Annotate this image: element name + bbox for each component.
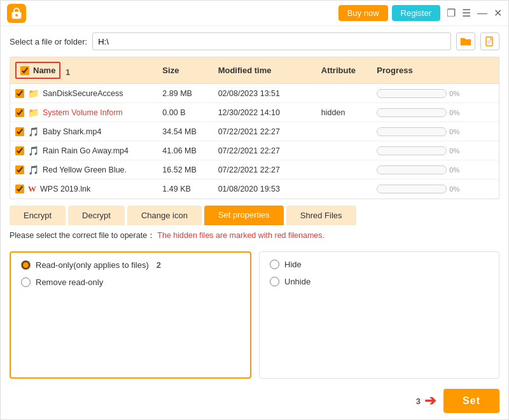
radio-unhide: Unhide: [270, 277, 489, 286]
cell-progress: 0%: [372, 103, 499, 122]
svg-rect-2: [486, 37, 492, 46]
cell-progress: 0%: [372, 160, 499, 179]
register-button[interactable]: Register: [392, 5, 440, 21]
cell-attribute: [316, 160, 372, 179]
radio-readonly-label: Read-only(only applies to files): [36, 260, 149, 270]
annotation-3-label: 3: [416, 396, 421, 406]
file-table-container: Name 1 Size Modified time Attribute Prog…: [10, 57, 499, 199]
radio-hide: Hide: [270, 260, 489, 269]
menu-icon[interactable]: ☰: [462, 7, 471, 19]
tab-shred_files[interactable]: Shred Files: [286, 206, 356, 225]
cell-modified: 07/22/2021 22:27: [213, 160, 316, 179]
cell-attribute: [316, 141, 372, 160]
cell-name: 🎵 Red Yellow Green Blue.: [10, 160, 157, 179]
properties-area: Read-only(only applies to files) 2 Remov…: [1, 246, 508, 384]
cell-attribute: hidden: [316, 103, 372, 122]
notice-bar: Please select the correct file to operat…: [1, 225, 508, 246]
cell-attribute: [316, 122, 372, 141]
file-table: Name 1 Size Modified time Attribute Prog…: [10, 57, 499, 199]
radio-readonly-input[interactable]: [21, 260, 31, 270]
table-row: 📁 SanDiskSecureAccess 2.89 MB 02/08/2023…: [10, 84, 499, 103]
row-checkbox[interactable]: [15, 165, 24, 174]
row-checkbox[interactable]: [15, 146, 24, 155]
window-controls: ❐ ☰ — ✕: [447, 7, 502, 19]
radio-readonly: Read-only(only applies to files) 2: [21, 260, 240, 270]
minimize-icon[interactable]: —: [477, 8, 487, 19]
svg-point-1: [15, 14, 18, 17]
radio-remove-readonly: Remove read-only: [21, 277, 240, 287]
table-header-row: Name 1 Size Modified time Attribute Prog…: [10, 57, 499, 84]
share-icon[interactable]: ❐: [447, 7, 456, 19]
bottom-bar: 3 ➔ Set: [1, 384, 508, 419]
title-bar: Buy now Register ❐ ☰ — ✕: [1, 1, 508, 26]
select-all-checkbox[interactable]: [20, 66, 29, 75]
cell-progress: 0%: [372, 84, 499, 103]
step-3-annotation: 3 ➔: [416, 393, 436, 409]
props-box-readonly: Read-only(only applies to files) 2 Remov…: [10, 251, 251, 379]
file-path-input[interactable]: [92, 32, 451, 50]
file-selector-label: Select a file or folder:: [10, 37, 87, 46]
file-selector-row: Select a file or folder:: [1, 26, 508, 57]
table-row: W WPS 2019.lnk 1.49 KB 01/08/2020 19:53 …: [10, 179, 499, 199]
cell-size: 34.54 MB: [157, 122, 213, 141]
radio-remove-readonly-label: Remove read-only: [36, 277, 103, 287]
cell-name: 🎵 Baby Shark.mp4: [10, 122, 157, 141]
buy-now-button[interactable]: Buy now: [338, 5, 388, 21]
row-checkbox[interactable]: [15, 89, 24, 98]
app-logo: [7, 4, 26, 23]
tab-decrypt[interactable]: Decrypt: [68, 206, 125, 225]
row-checkbox[interactable]: [15, 127, 24, 136]
cell-modified: 01/08/2020 19:53: [213, 179, 316, 199]
col-header-attribute: Attribute: [316, 57, 372, 84]
cell-name: 📁 SanDiskSecureAccess: [10, 84, 157, 103]
cell-size: 41.06 MB: [157, 141, 213, 160]
cell-name: 📁 System Volume Inform: [10, 103, 157, 122]
radio-hide-label: Hide: [284, 260, 302, 269]
col-header-progress: Progress: [372, 57, 499, 84]
cell-progress: 0%: [372, 179, 499, 199]
tabs-row: EncryptDecryptChange iconSet propertiesS…: [1, 199, 508, 225]
main-window: Buy now Register ❐ ☰ — ✕ Select a file o…: [0, 0, 509, 420]
radio-hide-input[interactable]: [270, 260, 279, 269]
set-button[interactable]: Set: [443, 389, 499, 413]
radio-remove-readonly-input[interactable]: [21, 277, 31, 287]
browse-folder-button[interactable]: [456, 32, 475, 50]
cell-name: 🎵 Rain Rain Go Away.mp4: [10, 141, 157, 160]
row-checkbox[interactable]: [15, 185, 24, 193]
col-header-name: Name 1: [10, 57, 157, 84]
cell-modified: 02/08/2023 13:51: [213, 84, 316, 103]
close-icon[interactable]: ✕: [494, 7, 502, 19]
tab-change_icon[interactable]: Change icon: [127, 206, 202, 225]
tab-encrypt[interactable]: Encrypt: [10, 206, 66, 225]
table-row: 🎵 Red Yellow Green Blue. 16.52 MB 07/22/…: [10, 160, 499, 179]
col-header-size: Size: [157, 57, 213, 84]
table-row: 📁 System Volume Inform 0.00 B 12/30/2022…: [10, 103, 499, 122]
annotation-1: 1: [66, 67, 70, 77]
props-box-visibility: Hide Unhide: [259, 251, 499, 379]
cell-progress: 0%: [372, 122, 499, 141]
browse-file-button[interactable]: [480, 32, 499, 50]
col-header-modified: Modified time: [213, 57, 316, 84]
cell-attribute: [316, 179, 372, 199]
cell-progress: 0%: [372, 141, 499, 160]
annotation-2: 2: [157, 260, 161, 270]
row-checkbox[interactable]: [15, 108, 24, 117]
cell-modified: 07/22/2021 22:27: [213, 122, 316, 141]
cell-size: 2.89 MB: [157, 84, 213, 103]
arrow-right-icon: ➔: [424, 393, 436, 409]
radio-unhide-input[interactable]: [270, 277, 279, 286]
cell-name: W WPS 2019.lnk: [10, 179, 157, 199]
cell-size: 16.52 MB: [157, 160, 213, 179]
cell-attribute: [316, 84, 372, 103]
tab-set_properties[interactable]: Set properties: [204, 206, 284, 225]
cell-size: 1.49 KB: [157, 179, 213, 199]
cell-modified: 07/22/2021 22:27: [213, 141, 316, 160]
cell-size: 0.00 B: [157, 103, 213, 122]
cell-modified: 12/30/2022 14:10: [213, 103, 316, 122]
table-row: 🎵 Baby Shark.mp4 34.54 MB 07/22/2021 22:…: [10, 122, 499, 141]
radio-unhide-label: Unhide: [284, 277, 310, 286]
table-row: 🎵 Rain Rain Go Away.mp4 41.06 MB 07/22/2…: [10, 141, 499, 160]
